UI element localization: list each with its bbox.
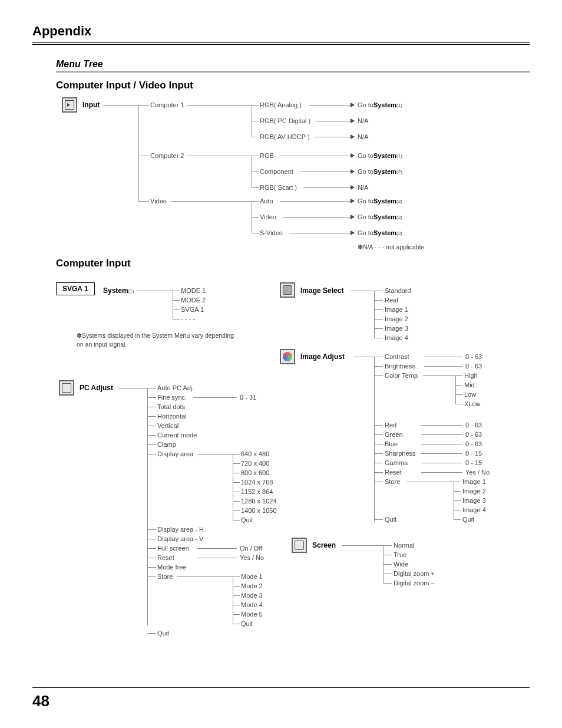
- na-3: N/A: [358, 182, 368, 193]
- display-area: Display area: [157, 449, 193, 459]
- rgb-pcd: RGB( PC Digital ): [260, 116, 310, 126]
- video-label: Video: [150, 196, 167, 206]
- goto-system-3b: Go to System (3): [358, 212, 402, 222]
- goto-system-1b: Go to System (1): [358, 150, 402, 161]
- system-item: - - - -: [181, 314, 195, 324]
- na-footnote: ✽N/A - - - not applicable: [358, 243, 424, 251]
- section2-title: Computer Input: [56, 258, 530, 269]
- store: Store: [157, 571, 173, 582]
- store-mode: Quit: [241, 618, 253, 629]
- store-image-item: Quit: [462, 514, 474, 525]
- input-label: Input: [82, 100, 100, 110]
- image-adjust-icon: [280, 349, 295, 364]
- video-item: Video: [260, 212, 276, 222]
- image-adj-quit: Quit: [385, 514, 396, 525]
- page-number: 48: [32, 692, 49, 710]
- computer2-label: Computer 2: [150, 150, 184, 161]
- svga-badge: SVGA 1: [56, 282, 95, 295]
- rgb-scart: RGB( Scart ): [260, 182, 297, 193]
- auto: Auto: [260, 196, 273, 206]
- menu-tree-heading: Menu Tree: [56, 59, 530, 73]
- pc-quit: Quit: [157, 628, 169, 638]
- pc-item-val: Yes / No: [240, 552, 264, 563]
- display-res: Quit: [241, 515, 253, 525]
- pc-item-val: 0 - 31: [240, 392, 256, 403]
- screen-item: Digital zoom –: [394, 578, 435, 588]
- pc-adjust-icon: [59, 380, 74, 396]
- screen-icon: [292, 538, 307, 553]
- pc-adjust-label: PC Adjust: [80, 383, 113, 393]
- computer1-label: Computer 1: [150, 100, 184, 110]
- goto-system-3c: Go to System (3): [358, 228, 402, 238]
- page-header: Appendix: [32, 24, 530, 45]
- image-select-item: Image 4: [385, 332, 408, 343]
- goto-system-3a: Go to System (3): [358, 196, 402, 206]
- image-select-icon: [280, 282, 295, 298]
- screen-label: Screen: [312, 540, 336, 551]
- input-icon: [62, 97, 77, 113]
- system-note: ✽Systems displayed in the System Menu va…: [77, 331, 242, 348]
- rgb-av: RGB( AV HDCP ): [260, 131, 310, 142]
- component: Component: [260, 166, 293, 177]
- image-adj-item: Store: [385, 476, 400, 487]
- na-1: N/A: [358, 116, 368, 126]
- rgb-analog: RGB( Analog ): [260, 100, 302, 110]
- goto-system-2: Go to System (2): [358, 166, 402, 177]
- rgb-c2: RGB: [260, 150, 274, 161]
- image-select-label: Image Select: [300, 285, 343, 296]
- colortemp-item: XLow: [464, 398, 481, 409]
- image-adj-item: Color Temp: [385, 370, 418, 381]
- na-2: N/A: [358, 131, 368, 142]
- system-label: System (1): [103, 285, 134, 296]
- image-adjust-label: Image Adjust: [300, 351, 345, 362]
- section1-title: Computer Input / Video Input: [56, 80, 530, 91]
- svideo: S-Video: [260, 228, 283, 238]
- goto-system-1a: Go to System (1): [358, 100, 402, 110]
